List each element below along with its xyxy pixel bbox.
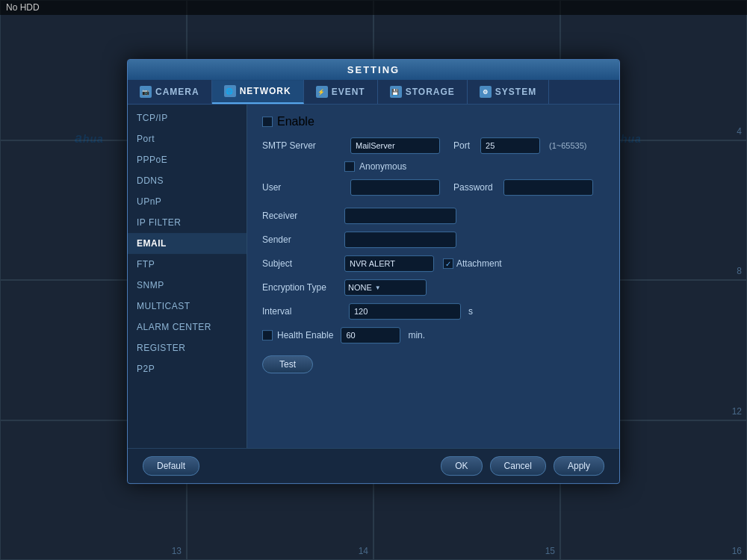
setting-dialog: SETTING 📷 CAMERA 🌐 NETWORK ⚡ EVENT 💾 STO… [127,59,620,484]
camera-tab-icon: 📷 [140,86,152,98]
health-enable-label: Health Enable [277,330,333,340]
password-input[interactable] [503,179,593,196]
user-pass-row: User Password [262,179,604,196]
encryption-value: NONE [348,283,372,292]
dialog-body: TCP/IP Port PPPoE DDNS UPnP IP FILTER EM… [128,105,619,448]
no-hdd-text: No HDD [6,2,40,13]
subject-input[interactable] [344,255,434,272]
test-button-row: Test [262,351,604,373]
encryption-select[interactable]: NONE ▼ [344,279,427,296]
user-label: User [262,182,344,193]
storage-tab-icon: 💾 [390,86,402,98]
test-button[interactable]: Test [262,355,313,373]
tab-system-label: SYSTEM [495,87,536,97]
encryption-row: Encryption Type NONE ▼ [262,279,604,296]
network-tab-icon: 🌐 [224,85,236,97]
sidebar-item-upnp[interactable]: UPnP [128,191,247,212]
tab-camera[interactable]: 📷 CAMERA [128,80,212,104]
tab-event[interactable]: ⚡ EVENT [304,80,378,104]
receiver-label: Receiver [262,211,344,221]
interval-input[interactable] [349,303,461,320]
anonymous-row: Anonymous [344,161,604,172]
sidebar-item-ddns[interactable]: DDNS [128,170,247,191]
tab-camera-label: CAMERA [155,87,199,97]
email-content-panel: Enable SMTP Server Port (1~65535) Anonym… [247,105,619,448]
sidebar-item-pppoe[interactable]: PPPoE [128,149,247,170]
health-unit: min. [408,330,425,340]
sidebar-item-snmp[interactable]: SNMP [128,275,247,296]
tab-bar: 📷 CAMERA 🌐 NETWORK ⚡ EVENT 💾 STORAGE ⚙ S… [128,80,619,105]
tab-storage[interactable]: 💾 STORAGE [378,80,468,104]
tab-storage-label: STORAGE [406,87,455,97]
sender-label: Sender [262,234,344,245]
smtp-server-input[interactable] [350,137,440,154]
tab-system[interactable]: ⚙ SYSTEM [468,80,549,104]
event-tab-icon: ⚡ [316,86,328,98]
sidebar-item-email[interactable]: EMAIL [128,233,247,254]
subject-label: Subject [262,258,344,269]
tab-event-label: EVENT [332,87,365,97]
enable-row: Enable [262,115,604,128]
sender-row: Sender [262,231,604,248]
interval-unit: s [468,306,473,317]
encryption-arrow: ▼ [375,284,381,291]
smtp-server-label: SMTP Server [262,140,344,151]
health-enable-row: Health Enable min. [262,327,604,343]
sidebar-item-ftp[interactable]: FTP [128,254,247,275]
cancel-button[interactable]: Cancel [490,456,546,476]
dialog-footer: Default OK Cancel Apply [128,448,619,483]
tab-network[interactable]: 🌐 NETWORK [212,80,304,104]
dialog-title: SETTING [128,60,619,80]
smtp-server-row: SMTP Server Port (1~65535) [262,137,604,154]
sidebar-item-multicast[interactable]: MULTICAST [128,296,247,317]
interval-row: Interval s [262,303,604,320]
receiver-row: Receiver [262,208,604,224]
attachment-checkbox[interactable] [443,258,453,269]
sidebar-item-tcpip[interactable]: TCP/IP [128,108,247,128]
enable-checkbox[interactable] [262,116,273,127]
encryption-label: Encryption Type [262,282,344,293]
sender-input[interactable] [344,231,456,248]
password-label: Password [453,182,493,193]
no-hdd-bar: No HDD [0,0,747,15]
interval-label: Interval [262,306,344,317]
health-input[interactable] [341,327,400,343]
ok-button[interactable]: OK [441,456,482,476]
sidebar-item-ipfilter[interactable]: IP FILTER [128,212,247,233]
dahua-watermark-1: ahua [75,131,104,146]
receiver-input[interactable] [344,208,456,224]
sidebar-item-alarmcenter[interactable]: ALARM CENTER [128,317,247,337]
sidebar-item-port[interactable]: Port [128,128,247,149]
default-button[interactable]: Default [143,456,199,476]
port-input[interactable] [480,137,540,154]
sidebar: TCP/IP Port PPPoE DDNS UPnP IP FILTER EM… [128,105,247,448]
enable-label: Enable [277,115,314,128]
subject-row: Subject Attachment [262,255,604,272]
user-input[interactable] [350,179,440,196]
port-range-text: (1~65535) [549,141,586,150]
apply-button[interactable]: Apply [554,456,604,476]
port-label: Port [453,140,470,151]
footer-right-buttons: OK Cancel Apply [441,456,604,476]
health-enable-checkbox[interactable] [262,330,273,340]
sidebar-item-register[interactable]: REGISTER [128,337,247,358]
attachment-label: Attachment [456,258,502,269]
tab-network-label: NETWORK [240,86,291,96]
sidebar-item-p2p[interactable]: P2P [128,358,247,379]
system-tab-icon: ⚙ [480,86,492,98]
anonymous-label: Anonymous [359,161,406,172]
anonymous-checkbox[interactable] [344,161,355,172]
